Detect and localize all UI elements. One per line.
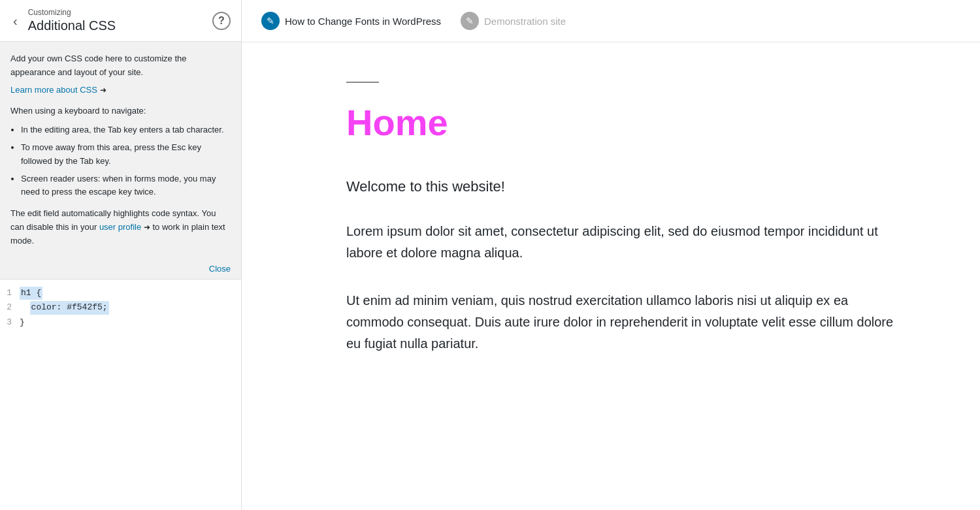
code-h1-keyword: h1 {: [20, 287, 42, 300]
preview-divider: [346, 82, 379, 83]
code-color-property: color: #f542f5;: [30, 301, 109, 315]
line-num-2: 2: [0, 301, 20, 315]
panel-info: Add your own CSS code here to customize …: [0, 42, 241, 259]
customizer-panel: ‹ Customizing Additional CSS ? Add your …: [0, 0, 242, 510]
preview-body-2: Ut enim ad minim veniam, quis nostrud ex…: [346, 290, 895, 355]
edit-field-note: The edit field automatically highlights …: [10, 207, 231, 247]
close-link[interactable]: Close: [209, 264, 231, 274]
preview-link-1[interactable]: ✎ How to Change Fonts in WordPress: [261, 12, 441, 30]
panel-header: ‹ Customizing Additional CSS ?: [0, 0, 241, 42]
preview-heading: Home: [346, 103, 895, 143]
keyboard-label: When using a keyboard to navigate:: [10, 104, 231, 118]
external-icon: ➜: [100, 86, 106, 95]
code-lines: 1 h1 { 2 color: #f542f5; 3 }: [0, 279, 241, 337]
preview-content: Home Welcome to this website! Lorem ipsu…: [242, 42, 960, 420]
learn-more-link[interactable]: Learn more about CSS: [10, 85, 97, 95]
code-line-3: 3 }: [0, 315, 241, 330]
bullet-item-1: In the editing area, the Tab key enters …: [21, 123, 231, 137]
edit-icon-1: ✎: [261, 12, 280, 30]
header-title-group: Customizing Additional CSS: [28, 8, 212, 33]
edit-icon-2: ✎: [461, 12, 479, 30]
customizing-label: Customizing: [28, 8, 212, 17]
preview-link-1-text: How to Change Fonts in WordPress: [285, 16, 441, 27]
external-icon-2: ➜: [144, 223, 150, 232]
close-link-container: Close: [0, 259, 241, 279]
preview-panel: ✎ How to Change Fonts in WordPress ✎ Dem…: [242, 0, 980, 510]
info-text-1: Add your own CSS code here to customize …: [10, 52, 231, 80]
help-button[interactable]: ?: [212, 12, 231, 30]
preview-link-2[interactable]: ✎ Demonstration site: [461, 12, 566, 30]
back-button[interactable]: ‹: [10, 12, 20, 30]
preview-link-2-text: Demonstration site: [484, 16, 566, 27]
bullet-item-2: To move away from this area, press the E…: [21, 141, 231, 168]
code-line-1: 1 h1 {: [0, 286, 241, 301]
panel-title: Additional CSS: [28, 18, 212, 33]
user-profile-link[interactable]: user profile: [99, 222, 141, 232]
code-text-3: }: [20, 316, 25, 330]
code-text-1: h1 {: [20, 287, 42, 300]
line-num-3: 3: [0, 316, 20, 330]
preview-body-1: Lorem ipsum dolor sit amet, consectetur …: [346, 221, 895, 264]
line-num-1: 1: [0, 287, 20, 300]
code-editor[interactable]: 1 h1 { 2 color: #f542f5; 3 }: [0, 279, 241, 510]
bullet-item-3: Screen reader users: when in forms mode,…: [21, 172, 231, 200]
code-line-2: 2 color: #f542f5;: [0, 300, 241, 315]
code-text-2: color: #f542f5;: [20, 301, 109, 315]
preview-subtitle: Welcome to this website!: [346, 176, 895, 197]
preview-toolbar: ✎ How to Change Fonts in WordPress ✎ Dem…: [242, 0, 980, 42]
bullet-list: In the editing area, the Tab key enters …: [21, 123, 231, 199]
